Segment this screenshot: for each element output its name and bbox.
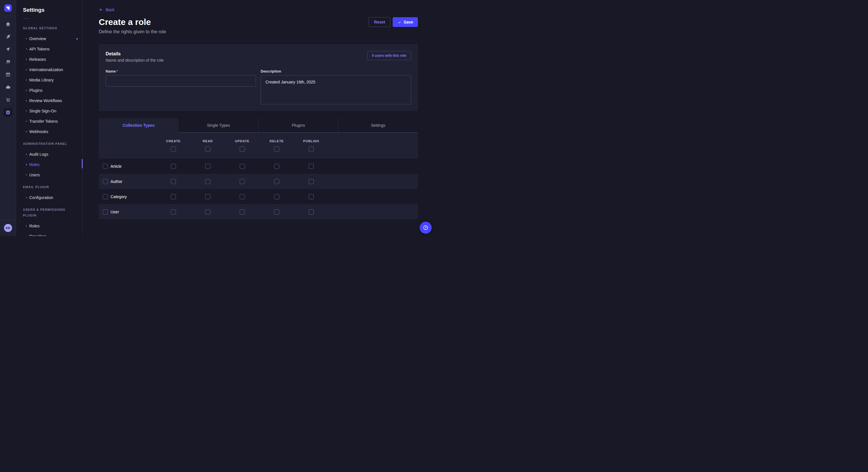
home-icon[interactable] [3, 20, 12, 29]
create-select-all-checkbox[interactable] [171, 146, 176, 152]
category-read-checkbox[interactable] [205, 194, 210, 199]
user-select-row-checkbox[interactable] [103, 209, 108, 214]
perm-cell [259, 159, 294, 174]
read-select-all-checkbox[interactable] [205, 146, 210, 152]
bullet-icon [26, 38, 27, 39]
article-select-row-checkbox[interactable] [103, 164, 108, 169]
permissions-card: Collection TypesSingle TypesPluginsSetti… [99, 118, 418, 220]
article-publish-checkbox[interactable] [309, 164, 314, 169]
perm-column-label: DELETE [270, 139, 284, 143]
sidebar-item-providers[interactable]: Providers [16, 231, 82, 236]
perm-cell [294, 189, 329, 204]
help-button[interactable]: ? [420, 222, 432, 234]
tab-plugins[interactable]: Plugins [258, 118, 338, 133]
category-delete-checkbox[interactable] [274, 194, 279, 199]
author-delete-checkbox[interactable] [274, 179, 279, 184]
send-icon[interactable] [3, 45, 12, 54]
perm-cell [191, 204, 225, 220]
tab-collection-types[interactable]: Collection Types [99, 118, 179, 133]
sidebar-item-plugins[interactable]: Plugins [16, 85, 82, 96]
delete-select-all-checkbox[interactable] [274, 146, 279, 152]
sidebar-item-media-library[interactable]: Media Library [16, 75, 82, 85]
strapi-logo[interactable] [4, 4, 12, 12]
category-publish-checkbox[interactable] [309, 194, 314, 199]
sidebar-item-label: Internationalization [29, 67, 63, 72]
layout-icon[interactable] [3, 70, 12, 79]
subnav-section-list: OverviewAPI TokensReleasesInternationali… [16, 34, 82, 137]
author-read-checkbox[interactable] [205, 179, 210, 184]
bullet-icon [26, 197, 27, 198]
reset-button[interactable]: Reset [369, 17, 391, 27]
perm-cell [156, 189, 191, 204]
category-select-row-checkbox[interactable] [103, 194, 108, 199]
sidebar-item-configuration[interactable]: Configuration [16, 193, 82, 203]
user-delete-checkbox[interactable] [274, 209, 279, 214]
author-publish-checkbox[interactable] [309, 179, 314, 184]
media-library-icon[interactable] [3, 57, 12, 67]
sidebar-item-single-sign-on[interactable]: Single Sign-On [16, 106, 82, 116]
sidebar-item-overview[interactable]: Overview [16, 34, 82, 44]
page-title: Create a role [99, 17, 151, 27]
article-delete-checkbox[interactable] [274, 164, 279, 169]
sidebar-item-webhooks[interactable]: Webhooks [16, 127, 82, 137]
subnav-scroll-indicator[interactable] [82, 159, 83, 168]
role-name-input[interactable] [105, 75, 256, 87]
table-row-category: Category [99, 189, 418, 204]
sidebar-item-internationalization[interactable]: Internationalization [16, 65, 82, 75]
category-update-checkbox[interactable] [240, 194, 245, 199]
update-select-all-checkbox[interactable] [240, 146, 245, 152]
name-field-group: Name* [105, 69, 256, 104]
publish-select-all-checkbox[interactable] [309, 146, 314, 152]
perm-cell [259, 189, 294, 204]
perm-column-update: UPDATE [225, 133, 259, 159]
bullet-icon [26, 236, 27, 236]
sidebar-item-roles[interactable]: Roles [16, 221, 82, 231]
article-read-checkbox[interactable] [205, 164, 210, 169]
author-create-checkbox[interactable] [171, 179, 176, 184]
sidebar-item-label: Review Workflows [29, 98, 62, 103]
settings-subnav: Settings GLOBAL SETTINGSOverviewAPI Toke… [16, 0, 83, 236]
sidebar-item-transfer-tokens[interactable]: Transfer Tokens [16, 116, 82, 127]
save-button[interactable]: Save [393, 17, 418, 27]
sidebar-item-review-workflows[interactable]: Review Workflows [16, 96, 82, 106]
role-description-textarea[interactable]: Created January 16th, 2025 [260, 75, 411, 104]
user-read-checkbox[interactable] [205, 209, 210, 214]
author-select-row-checkbox[interactable] [103, 179, 108, 184]
feather-icon[interactable] [3, 32, 12, 41]
article-update-checkbox[interactable] [240, 164, 245, 169]
sidebar-item-roles[interactable]: Roles [16, 160, 82, 170]
svg-text:?: ? [425, 226, 427, 229]
perm-column-publish: PUBLISH [294, 133, 329, 159]
page-subtitle: Define the rights given to the role [99, 29, 418, 34]
back-link[interactable]: Back [99, 7, 115, 12]
cloud-icon[interactable] [3, 82, 12, 92]
subnav-section-header: ADMINISTRATION PANEL [16, 141, 82, 146]
tab-single-types[interactable]: Single Types [179, 118, 258, 133]
user-publish-checkbox[interactable] [309, 209, 314, 214]
subnav-section-list: Audit LogsRolesUsers [16, 149, 82, 180]
tab-settings[interactable]: Settings [338, 118, 418, 133]
perm-cell [294, 159, 329, 174]
settings-gear-icon[interactable] [3, 108, 12, 117]
sidebar-item-releases[interactable]: Releases [16, 54, 82, 65]
user-create-checkbox[interactable] [171, 209, 176, 214]
row-label-cell: Article [99, 164, 156, 169]
user-update-checkbox[interactable] [240, 209, 245, 214]
details-card-head: Details Name and description of the role… [105, 51, 411, 63]
sidebar-item-api-tokens[interactable]: API Tokens [16, 44, 82, 54]
avatar[interactable]: KD [4, 224, 12, 232]
subnav-section-header: EMAIL PLUGIN [16, 184, 82, 190]
header-actions: Reset Save [369, 17, 418, 27]
sidebar-item-users[interactable]: Users [16, 170, 82, 180]
category-create-checkbox[interactable] [171, 194, 176, 199]
author-update-checkbox[interactable] [240, 179, 245, 184]
check-icon [398, 20, 401, 24]
cart-icon[interactable] [3, 95, 12, 104]
users-with-role-button[interactable]: 0 users with this role [367, 51, 411, 60]
details-card: Details Name and description of the role… [99, 44, 418, 111]
bullet-icon [26, 110, 27, 111]
article-create-checkbox[interactable] [171, 164, 176, 169]
bullet-icon [26, 174, 27, 175]
sidebar-item-audit-logs[interactable]: Audit Logs [16, 149, 82, 160]
sidebar-item-label: Configuration [29, 195, 53, 200]
